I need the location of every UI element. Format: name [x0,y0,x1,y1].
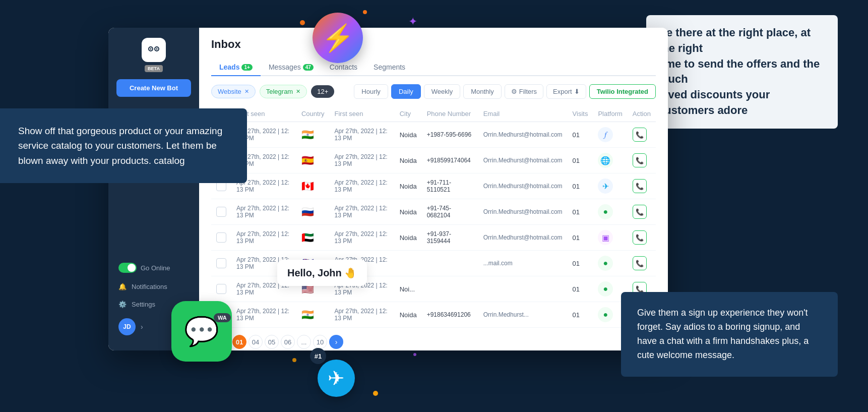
row-checkbox[interactable] [216,284,226,294]
svg-point-5 [156,48,158,50]
row-action[interactable]: 📞 [628,173,656,199]
export-button[interactable]: Export ⬇ [546,84,586,99]
row-action[interactable]: 📞 [628,225,656,251]
row-action[interactable]: 📞 [628,251,656,276]
remove-website-filter[interactable]: ✕ [244,88,249,95]
row-visits: 01 [568,122,593,148]
hello-popup: Hello, John 🤚 [277,260,367,286]
row-visits: 01 [568,173,593,199]
row-checkbox-cell[interactable] [211,251,231,276]
avatar-arrow: › [141,323,143,331]
table-row: Apr 27th, 2022 | 12: 13 PM 🇮🇳 Apr 27th, … [211,122,656,148]
row-city: Noida [395,225,422,251]
row-checkbox-cell[interactable] [211,276,231,302]
row-country: 🇦🇪 [296,225,330,251]
go-online-item[interactable]: Go Online [118,259,189,277]
go-online-toggle[interactable] [118,263,137,273]
call-button[interactable]: 📞 [633,230,647,245]
left-callout-text: Show off that gorgeous product or your a… [18,126,222,166]
tab-segments[interactable]: Segments [365,59,413,75]
row-checkbox[interactable] [216,258,226,268]
settings-label: Settings [132,301,155,308]
weekly-button[interactable]: Weekly [424,84,460,99]
row-phone: +918634691206 [422,302,478,328]
top-right-line1: Be there at the right place, at the righ… [658,26,811,54]
row-city: Noida [395,199,422,225]
row-last-seen: Apr 27th, 2022 | 12: 13 PM [231,225,296,251]
tab-messages[interactable]: Messages 47 [261,59,322,75]
go-online-label: Go Online [141,264,170,272]
row-checkbox-cell[interactable] [211,225,231,251]
col-phone: Phone Number [422,106,478,122]
row-first-seen: Apr 27th, 2022 | 12: 13 PM [329,225,394,251]
next-page[interactable]: › [329,335,343,349]
row-action[interactable]: 📞 [628,122,656,148]
table-row: Apr 27th, 2022 | 12: 13 PM 🇨🇦 Apr 27th, … [211,173,656,199]
row-platform: 🌐 [593,148,627,173]
col-email: Email [478,106,568,122]
row-email: Orrin.Medhurst@hotmail.com [478,199,568,225]
row-country: 🇪🇸 [296,148,330,173]
monthly-button[interactable]: Monthly [463,84,502,99]
row-visits: 01 [568,251,593,276]
row-email: Orrin.Medhurst@hotmail.com [478,225,568,251]
row-visits: 01 [568,148,593,173]
call-button[interactable]: 📞 [633,128,647,142]
leads-table: Last seen Country First seen City Phone … [211,106,656,328]
col-visits: Visits [568,106,593,122]
filter-tag-website[interactable]: Website ✕ [211,85,256,98]
wa-label: WA [214,313,231,322]
hourly-button[interactable]: Hourly [354,84,388,99]
filter-icon: ⚙ [511,88,517,95]
integrated-button[interactable]: Twilio Integrated [589,84,656,99]
row-email: Orrin.Medhurst@hotmail.com [478,148,568,173]
row-checkbox[interactable] [216,207,226,217]
create-bot-button[interactable]: Create New Bot [116,79,191,97]
filters-button[interactable]: ⚙ Filters [505,84,543,99]
row-last-seen: Apr 27th, 2022 | 12: 13 PM [231,302,296,328]
call-button[interactable]: 📞 [633,205,647,219]
row-action[interactable]: 📞 [628,199,656,225]
tab-leads[interactable]: Leads 1+ [211,59,261,76]
filter-tag-telegram[interactable]: Telegram ✕ [260,85,307,98]
table-row: Apr 27th, 2022 | 12: 13 PM 🇷🇺 Apr 27th, … [211,199,656,225]
daily-button[interactable]: Daily [391,84,421,99]
filters-row: Website ✕ Telegram ✕ 12+ Hourly Daily We… [211,84,656,99]
row-phone [422,276,478,302]
page-10[interactable]: 10 [313,335,327,349]
row-action[interactable]: 📞 [628,148,656,173]
call-button[interactable]: 📞 [633,153,647,167]
tab-messages-label: Messages [269,63,301,71]
row-first-seen: Apr 27th, 2022 | 12: 13 PM [329,122,394,148]
call-button[interactable]: 📞 [633,256,647,270]
row-email [478,276,568,302]
download-icon: ⬇ [574,88,580,95]
left-callout: Show off that gorgeous product or your a… [0,108,247,183]
row-phone: +91-937-3159444 [422,225,478,251]
call-button[interactable]: 📞 [633,179,647,193]
row-checkbox-cell[interactable] [211,199,231,225]
telegram-num-badge: #1 [310,348,326,364]
pagination: ‹ 01 04 05 06 ... 10 › [211,328,656,350]
notifications-item[interactable]: 🔔 Notifications [118,279,189,295]
row-city: Noida [395,302,422,328]
row-country: 🇷🇺 [296,199,330,225]
row-visits: 01 [568,199,593,225]
tab-contacts-label: Contacts [330,63,357,71]
row-checkbox[interactable] [216,232,226,243]
row-phone: +91-711-5110521 [422,173,478,199]
remove-telegram-filter[interactable]: ✕ [296,88,300,95]
row-first-seen: Apr 27th, 2022 | 12: 13 PM [329,302,394,328]
row-email: Orrin.Medhurst@hotmail.com [478,173,568,199]
page-05[interactable]: 05 [265,335,279,349]
page-06[interactable]: 06 [281,335,295,349]
row-platform: ▣ [593,225,627,251]
filter-tag-more[interactable]: 12+ [311,85,334,98]
row-email: Orrin.Medhurst... [478,302,568,328]
row-city: Noida [395,122,422,148]
bottom-right-text: Give them a sign up experience they won'… [637,308,809,360]
row-city: Noida [395,148,422,173]
page-04[interactable]: 04 [249,335,263,349]
page-01[interactable]: 01 [232,335,246,349]
tab-leads-label: Leads [219,63,239,71]
